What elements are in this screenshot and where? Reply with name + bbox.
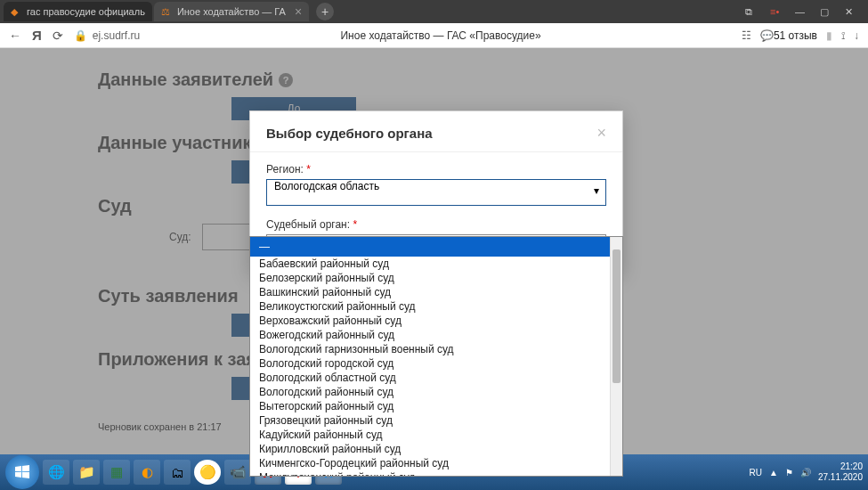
copy-icon[interactable]: ⧉ [745,6,758,18]
dropdown-option[interactable]: Вологодский районный суд [250,385,610,399]
dropdown-option[interactable]: Вологодский городской суд [250,356,610,371]
taskbar-player-icon[interactable]: ◐ [134,460,160,485]
scales-icon: ⚖ [161,6,172,17]
tab-label: Иное ходатайство — ГА [177,6,286,17]
dropdown-option[interactable]: — [250,237,610,257]
dropdown-option[interactable]: Кирилловский районный суд [250,442,610,456]
court-dropdown-list: —Бабаевский районный судБелозерский райо… [249,236,623,477]
region-label: Регион: * [266,163,606,176]
dropdown-option[interactable]: Кадуйский районный суд [250,428,610,442]
dropdown-option[interactable]: Междуреченский районный суд [250,470,610,476]
menu-icon[interactable]: ≡• [770,6,783,17]
maximize-icon[interactable]: ▢ [820,6,832,18]
tray-flag-icon[interactable]: ⚑ [785,468,793,478]
browser-tabs-bar: ◆ гас правосудие официаль ⚖ Иное ходатай… [0,0,868,23]
tray-lang[interactable]: RU [750,468,762,478]
taskbar-ie-icon[interactable]: 🌐 [43,460,69,485]
tray-clock[interactable]: 21:20 27.11.2020 [818,461,863,483]
dropdown-option[interactable]: Вологодский областной суд [250,371,610,385]
tab-label: гас правосудие официаль [27,6,145,17]
taskbar-excel-icon[interactable]: ▦ [103,460,130,485]
browser-tab-1[interactable]: ◆ гас правосудие официаль [4,2,152,21]
taskbar-explorer-icon[interactable]: 📁 [73,460,100,485]
back-icon[interactable]: ← [9,29,21,43]
reviews-link[interactable]: 💬51 отзыв [760,29,817,42]
taskbar-folder-icon[interactable]: 🗂 [164,460,191,485]
tray-up-icon[interactable]: ▲ [769,468,778,478]
region-select[interactable]: Вологодская область [266,179,606,206]
page-title: Иное ходатайство — ГАС «Правосудие» [150,29,731,42]
modal-title: Выбор судебного органа [266,126,433,141]
dropdown-option[interactable]: Верховажский районный суд [250,314,610,328]
dropdown-option[interactable]: Великоустюгский районный суд [250,299,610,314]
dropdown-option[interactable]: Белозерский районный суд [250,271,610,285]
taskbar-chrome-icon[interactable]: 🟡 [194,460,221,485]
minimize-icon[interactable]: — [795,6,807,17]
bookmark-icon[interactable]: ▮ [826,29,832,42]
close-modal-icon[interactable]: × [596,124,606,143]
url-box[interactable]: 🔒 ej.sudrf.ru [74,29,140,42]
windows-logo-icon [12,462,32,482]
dropdown-option[interactable]: Вологодский гарнизонный военный суд [250,342,610,356]
start-button[interactable] [5,455,39,489]
tray-sound-icon[interactable]: 🔊 [800,468,811,478]
yandex-logo-icon[interactable]: Я [32,28,42,43]
reload-icon[interactable]: ⟳ [53,29,63,43]
dropdown-option[interactable]: Кичменгско-Городецкий районный суд [250,456,610,470]
url-text: ej.sudrf.ru [93,29,140,42]
dropdown-option[interactable]: Вожегодский районный суд [250,328,610,342]
download-icon[interactable]: ↓ [854,29,859,42]
browser-tab-2[interactable]: ⚖ Иное ходатайство — ГА × [154,2,309,21]
translate-icon[interactable]: ☷ [742,29,751,42]
dropdown-option[interactable]: Грязовецкий районный суд [250,413,610,428]
extensions-icon[interactable]: ⟟ [841,29,845,42]
taskbar-zoom-icon[interactable]: 📹 [224,460,251,485]
dropdown-scrollbar[interactable] [610,237,622,476]
court-org-label: Судебный орган: * [266,218,606,231]
address-bar: ← Я ⟳ 🔒 ej.sudrf.ru Иное ходатайство — Г… [0,23,868,48]
yandex-icon: ◆ [11,6,21,17]
dropdown-option[interactable]: Вытегорский районный суд [250,399,610,413]
lock-icon: 🔒 [74,29,87,42]
new-tab-button[interactable]: + [316,3,334,20]
dropdown-option[interactable]: Вашкинский районный суд [250,285,610,299]
dropdown-option[interactable]: Бабаевский районный суд [250,257,610,271]
close-window-icon[interactable]: ✕ [845,6,857,18]
close-tab-icon[interactable]: × [295,4,302,19]
